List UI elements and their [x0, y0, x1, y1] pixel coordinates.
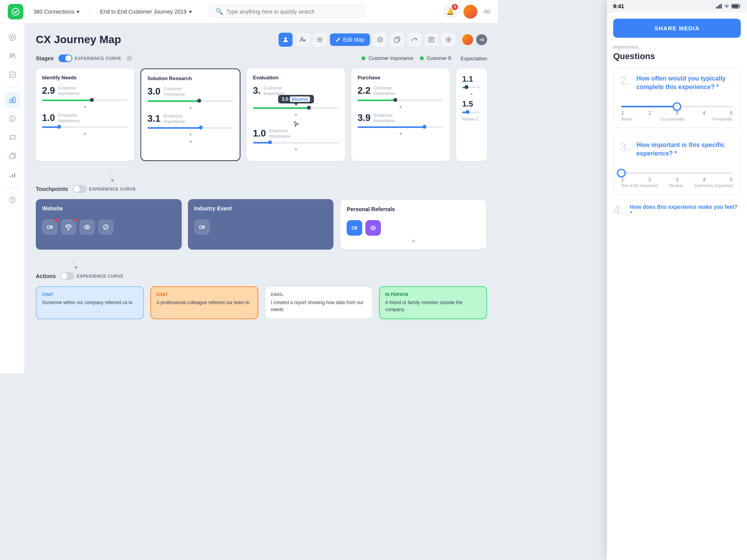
touchpoint-personal-referrals[interactable]: Personal Referrals [340, 199, 487, 250]
bar-arrow-2: ▲ [42, 131, 128, 135]
bar-arrow: ▲ [253, 112, 339, 116]
page-header: CX Journey Map Edit Map [36, 33, 487, 47]
stages-toggle-track[interactable] [58, 54, 72, 62]
project-dropdown[interactable]: End to End Customer Journey 2019 ▾ [96, 6, 196, 17]
actions-experience-toggle[interactable]: EXPERIENCE CURVE [60, 272, 123, 280]
stage-card-renew[interactable]: 1.1 ▲ 1.5 Renew C [456, 68, 487, 161]
touchpoints-title: Touchpoints [36, 186, 68, 192]
sidebar-item-home[interactable] [5, 30, 20, 45]
tp-icon-block [98, 219, 114, 235]
employee-score-label: Employee Importance [58, 112, 81, 124]
touchpoints-toggle-track[interactable] [73, 185, 87, 193]
edit-map-button[interactable]: Edit Map [330, 33, 370, 46]
svg-point-19 [86, 226, 88, 228]
action-card-chat-blue[interactable]: CHAT Someone within our company referred… [36, 286, 144, 319]
stages-row: Identify Needs 2.9 Customer Importance ▲… [36, 68, 487, 161]
actions-toggle-track[interactable] [60, 272, 74, 280]
customer-score-row: 2.2 Customer Importance [358, 85, 444, 96]
tp-icon-video [42, 219, 58, 235]
customer-bar: ▲ [358, 100, 444, 108]
touchpoint-website[interactable]: Website [36, 199, 182, 250]
notifications-button[interactable]: 🔔 3 [443, 5, 457, 19]
workspace-chevron-icon: ▾ [77, 9, 79, 15]
customer-score-label: Customer Importance [58, 85, 81, 96]
copy-button[interactable] [390, 33, 404, 47]
user-icon-button[interactable] [279, 33, 293, 47]
bar-arrow: ▲ [358, 104, 444, 108]
bar-arrow-2: ▲ [253, 147, 339, 151]
svg-point-12 [12, 201, 13, 201]
stage-card-evaluation[interactable]: Evaluation 3. Customer Importance 3.0 Re… [247, 68, 345, 161]
sidebar-item-chat[interactable] [5, 130, 20, 145]
customer-importance-dot [361, 56, 365, 60]
list-icon-button[interactable] [313, 33, 327, 47]
employee-score-row: 1.0 Employee Importance [42, 112, 128, 124]
avatar[interactable] [463, 5, 477, 19]
employee-score-label: Employee Importance [374, 112, 397, 124]
stage-card-title: Purchase [358, 75, 444, 80]
settings-button[interactable] [442, 33, 456, 47]
bar-arrow: ▲ [147, 105, 233, 109]
sidebar-item-journey[interactable] [5, 92, 20, 108]
action-label: EMAIL [271, 292, 366, 297]
stage-card-solution-research[interactable]: Solution Research 3.0 Customer Importanc… [140, 68, 240, 161]
receive-badge: Receive [290, 96, 310, 102]
action-card-in-person[interactable]: IN PERSON A friend or family member outs… [379, 286, 487, 319]
action-card-chat-orange[interactable]: CHAT A professional colleague referred o… [150, 286, 258, 319]
svg-rect-8 [10, 176, 11, 177]
search-input[interactable] [226, 9, 359, 15]
action-text: I created a report showing how data from… [271, 299, 366, 313]
touchpoint-icons [42, 219, 175, 235]
nav-separator [89, 7, 90, 16]
touchpoint-industry-event[interactable]: Industry Event [188, 199, 334, 250]
customer-importance-badge: Customer Importance [361, 56, 413, 61]
actions-toggle-thumb [61, 273, 67, 279]
search-bar[interactable]: 🔍 [210, 5, 365, 18]
sidebar-item-analytics[interactable] [5, 167, 20, 182]
svg-rect-10 [14, 173, 15, 177]
sidebar-sep-1 [6, 87, 19, 88]
tp-icon-eye-purple [365, 220, 381, 236]
add-user-button[interactable] [296, 33, 310, 47]
stages-experience-toggle[interactable]: EXPERIENCE CURVE [58, 54, 121, 62]
check-button[interactable] [373, 33, 387, 47]
tp-connector-dot [347, 240, 480, 243]
main-layout: CX Journey Map Edit Map [0, 23, 498, 373]
touchpoint-icons [194, 219, 328, 235]
sidebar [0, 23, 25, 373]
sidebar-item-feedback[interactable] [5, 111, 20, 126]
project-chevron-icon: ▾ [189, 9, 192, 15]
sidebar-item-tasks[interactable] [5, 67, 20, 82]
tooltip-popup: 3.0 Receive [278, 95, 314, 103]
svg-rect-6 [13, 97, 15, 103]
logo[interactable] [8, 4, 23, 19]
export-button[interactable] [424, 33, 438, 47]
sidebar-item-help[interactable] [5, 192, 20, 208]
stages-info-icon[interactable]: i [126, 55, 132, 61]
sidebar-item-copy[interactable] [5, 148, 20, 164]
touchpoint-title: Industry Event [194, 205, 328, 212]
customer-bar: ▲ [462, 87, 481, 96]
stage-card-purchase[interactable]: Purchase 2.2 Customer Importance ▲ 3.9 E… [351, 68, 450, 161]
redo-button[interactable] [407, 33, 421, 47]
customer-score-row: 2.9 Customer Importance [42, 85, 128, 96]
page-title: CX Journey Map [36, 33, 121, 46]
customer-b-dot [420, 56, 424, 60]
workspace-dropdown[interactable]: 360 Connections ▾ [30, 6, 83, 17]
customer-score-row: 1.1 [462, 75, 481, 84]
employee-score-label: Employee Importance [269, 128, 292, 139]
sidebar-item-team[interactable] [5, 48, 20, 64]
svg-rect-9 [12, 174, 13, 177]
customer-score: 3. [253, 85, 261, 96]
svg-point-1 [11, 36, 14, 38]
bar-arrow: ▲ [42, 104, 128, 108]
employee-bar: ▲ [42, 126, 128, 135]
stage-card-identify-needs[interactable]: Identify Needs 2.9 Customer Importance ▲… [36, 68, 134, 161]
touchpoints-experience-toggle[interactable]: EXPERIENCE CURVE [73, 185, 136, 193]
stages-title: Stages [36, 55, 54, 61]
customer-score: 2.9 [42, 85, 55, 96]
employee-bar [462, 112, 481, 113]
action-card-email[interactable]: EMAIL I created a report showing how dat… [265, 286, 373, 319]
stages-toggle-thumb [65, 55, 72, 61]
employee-score: 1.0 [253, 128, 266, 139]
